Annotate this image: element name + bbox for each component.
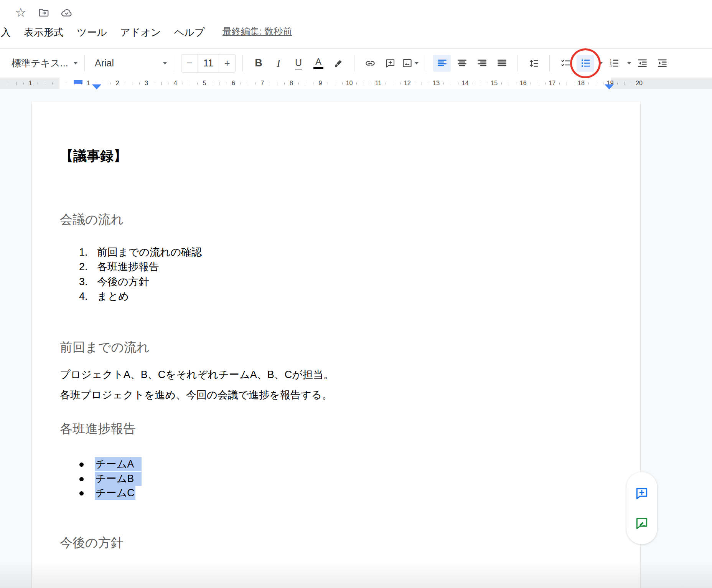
font-size-value[interactable]: 11 xyxy=(198,55,219,72)
ruler-tick xyxy=(306,82,306,85)
bulleted-list-chevron-icon[interactable] xyxy=(599,62,603,66)
google-docs-app: { "titlebar": { "star_glyph": "☆" }, "me… xyxy=(0,0,712,588)
underline-button[interactable]: U xyxy=(290,55,307,72)
ruler-tick xyxy=(458,83,458,84)
ruler-tick xyxy=(567,82,567,85)
svg-text:3: 3 xyxy=(610,64,611,68)
toolbar-divider xyxy=(549,55,550,71)
styles-dropdown[interactable]: 標準テキス... xyxy=(12,57,77,69)
paragraph-line[interactable]: プロジェクトA、B、CをそれぞれチームA、B、Cが担当。 xyxy=(60,368,334,382)
ruler-tick xyxy=(168,83,168,84)
horizontal-ruler: 1 1 2 3 4 5 6 7 xyxy=(0,78,712,89)
insert-link-button[interactable] xyxy=(361,55,379,72)
document-page[interactable]: 【議事録】 会議の流れ 前回までの流れの確認各班進捗報告今後の方針まとめ 前回ま… xyxy=(31,102,641,588)
ruler-tick xyxy=(154,83,154,84)
decrease-indent-button[interactable] xyxy=(633,55,651,72)
ruler-cm-cell: 7 xyxy=(233,78,262,89)
menu-item[interactable]: アドオン xyxy=(114,26,167,39)
ruler-tick xyxy=(603,83,603,84)
cloud-saved-icon[interactable] xyxy=(60,6,73,19)
bold-button[interactable]: B xyxy=(250,55,267,72)
align-right-button[interactable] xyxy=(473,55,491,72)
ruler-cm-cell: 16 xyxy=(494,78,523,89)
doc-title[interactable]: 【議事録】 xyxy=(60,148,127,164)
agenda-numbered-list[interactable]: 前回までの流れの確認各班進捗報告今後の方針まとめ xyxy=(60,245,202,304)
numbered-list-chevron-icon[interactable] xyxy=(627,62,631,66)
add-comment-icon xyxy=(385,58,396,68)
increase-indent-button[interactable] xyxy=(653,55,671,72)
link-icon xyxy=(365,58,376,69)
team-bulleted-list[interactable]: チームA チームB チームC xyxy=(60,457,142,500)
star-icon[interactable]: ☆ xyxy=(14,6,27,19)
ruler-tick xyxy=(574,83,574,84)
add-comment-button[interactable] xyxy=(381,55,399,72)
bulleted-list-button[interactable] xyxy=(577,55,594,72)
ruler-tick xyxy=(298,83,299,84)
menu-item[interactable]: 入 xyxy=(0,26,17,39)
align-left-button[interactable] xyxy=(433,55,451,72)
ruler-tick xyxy=(16,82,16,85)
ruler-tick xyxy=(356,83,357,84)
ruler-tick xyxy=(255,83,255,84)
ruler-tick xyxy=(38,83,38,84)
last-edit-link[interactable]: 最終編集: 数秒前 xyxy=(222,25,292,38)
agenda-list-item[interactable]: 今後の方針 xyxy=(60,274,202,289)
font-size-group: − 11 + xyxy=(181,54,236,73)
menu-item[interactable]: 表示形式 xyxy=(17,26,70,39)
italic-button[interactable]: I xyxy=(270,55,287,72)
agenda-list-item[interactable]: 前回までの流れの確認 xyxy=(60,245,202,259)
side-suggest-edits-button[interactable] xyxy=(633,515,650,532)
ruler-tick xyxy=(313,83,313,84)
heading-agenda[interactable]: 会議の流れ xyxy=(60,213,124,226)
checklist-button[interactable] xyxy=(557,55,574,72)
side-add-comment-button[interactable] xyxy=(633,485,650,502)
agenda-list-item[interactable]: まとめ xyxy=(60,289,202,304)
menu-item[interactable]: ツール xyxy=(70,26,114,39)
paragraph-line[interactable]: 各班プロジェクトを進め、今回の会議で進捗を報告する。 xyxy=(60,389,332,402)
decrease-font-size-button[interactable]: − xyxy=(181,55,198,72)
bulleted-list-icon xyxy=(580,58,591,68)
align-justify-button[interactable] xyxy=(493,55,511,72)
ruler-tick xyxy=(248,82,248,85)
team-list-item[interactable]: チームB xyxy=(60,472,142,486)
ruler-tick xyxy=(559,83,560,84)
font-dropdown-label: Arial xyxy=(95,58,114,69)
font-dropdown[interactable]: Arial xyxy=(92,58,167,69)
text-color-button[interactable]: A xyxy=(310,55,327,72)
agenda-item-text: 前回までの流れの確認 xyxy=(97,246,202,258)
ruler-cm-cell: 11 xyxy=(349,78,379,89)
move-folder-icon[interactable] xyxy=(37,6,50,19)
heading-progress[interactable]: 各班進捗報告 xyxy=(60,422,136,436)
heading-previous[interactable]: 前回までの流れ xyxy=(60,340,150,354)
numbered-list-button[interactable]: 1 2 3 xyxy=(605,55,623,72)
left-indent-marker[interactable] xyxy=(92,84,101,89)
ruler-tick xyxy=(110,83,110,84)
ruler-cm-cell: 14 xyxy=(436,78,465,89)
ruler-tick xyxy=(67,83,67,84)
line-spacing-button[interactable] xyxy=(525,55,542,72)
align-center-button[interactable] xyxy=(453,55,471,72)
first-line-indent-marker[interactable] xyxy=(74,80,82,84)
image-icon xyxy=(402,58,412,68)
ruler-tick xyxy=(161,82,162,85)
team-list-item[interactable]: チームA xyxy=(60,457,142,472)
ruler-tick xyxy=(371,83,371,84)
team-list-item[interactable]: チームC xyxy=(60,486,142,500)
ruler-cm-cell: 12 xyxy=(378,78,407,89)
right-indent-marker[interactable] xyxy=(605,84,614,89)
insert-image-button[interactable] xyxy=(401,55,419,72)
ruler-tick xyxy=(588,83,589,84)
menu-item[interactable]: ヘルプ xyxy=(168,26,211,39)
agenda-list-item[interactable]: 各班進捗報告 xyxy=(60,259,202,274)
align-center-icon xyxy=(457,58,467,68)
ruler-tick xyxy=(190,82,190,85)
bold-icon: B xyxy=(255,57,262,69)
heading-policy[interactable]: 今後の方針 xyxy=(60,536,124,550)
ruler-cm-cell: 15 xyxy=(465,78,494,89)
ruler-tick xyxy=(632,83,632,84)
toolbar-divider xyxy=(518,55,518,71)
highlight-color-button[interactable] xyxy=(330,55,347,72)
increase-font-size-button[interactable]: + xyxy=(219,55,235,72)
titlebar-icons: ☆ xyxy=(14,6,73,19)
ruler-tick xyxy=(132,82,132,85)
